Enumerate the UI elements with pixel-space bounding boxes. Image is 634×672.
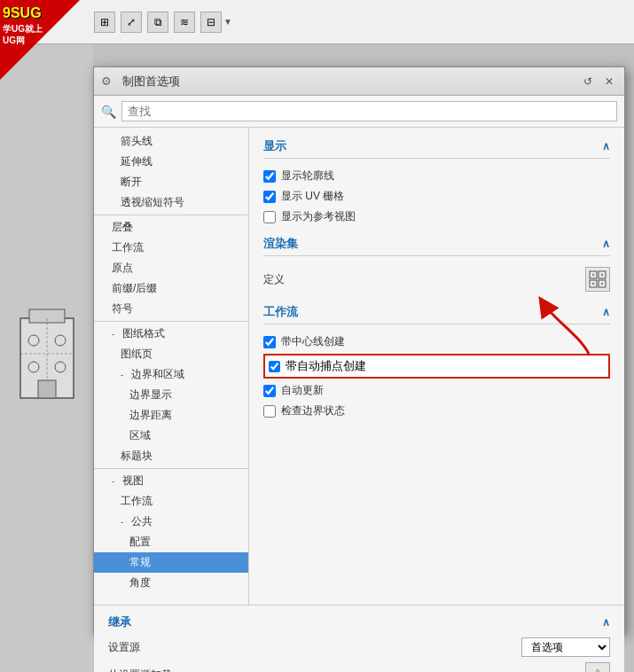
inheritance-load-label: 从设置源加载 xyxy=(108,668,172,673)
inheritance-load-row: 从设置源加载 xyxy=(108,662,610,672)
tree-item-perspective[interactable]: 透视缩短符号 xyxy=(94,192,248,213)
section-display-chevron[interactable]: ∧ xyxy=(602,140,610,152)
dialog-titlebar: ⚙ 制图首选项 ↺ ✕ xyxy=(94,67,624,96)
tree-item-drawing-page[interactable]: 图纸页 xyxy=(94,344,248,364)
tree-item-boundary-region[interactable]: -边界和区域 xyxy=(94,364,248,385)
content-panel: 显示 ∧ 显示轮廓线 显示 UV 栅格 显示为参考视图 渲染集 ∧ 定义 xyxy=(249,128,624,605)
tree-item-view-workflow[interactable]: 工作流 xyxy=(94,491,248,512)
corner-badge: 9SUG 学UG就上 UG网 xyxy=(0,0,80,80)
checkbox-show-outline-label: 显示轮廓线 xyxy=(281,168,334,184)
checkbox-show-outline-input[interactable] xyxy=(263,170,276,183)
dialog-reset-button[interactable]: ↺ xyxy=(580,74,596,90)
tree-item-angle[interactable]: 角度 xyxy=(94,573,248,593)
svg-point-13 xyxy=(592,274,594,276)
checkbox-checkboundary[interactable]: 检查边界状态 xyxy=(263,401,610,421)
checkbox-centerline[interactable]: 带中心线创建 xyxy=(263,332,610,352)
tree-item-boundary-distance[interactable]: 边界距离 xyxy=(94,405,248,426)
rendering-icon-svg xyxy=(589,270,607,288)
checkbox-show-uv-grid[interactable]: 显示 UV 栅格 xyxy=(263,186,610,207)
dialog: ⚙ 制图首选项 ↺ ✕ 🔍 箭头线 延伸线 断开 透视缩短符号 层叠 工作流 原… xyxy=(93,66,625,634)
tree-item-view[interactable]: -视图 xyxy=(94,471,248,491)
checkbox-checkboundary-label: 检查边界状态 xyxy=(281,403,345,418)
inheritance-source-label: 设置源 xyxy=(108,640,140,655)
inheritance-header: 继承 ∧ xyxy=(108,614,610,630)
left-panel xyxy=(0,44,93,672)
dialog-controls: ↺ ✕ xyxy=(580,74,617,90)
checkbox-autoupdate-input[interactable] xyxy=(263,385,276,397)
tree-item-symbol[interactable]: 符号 xyxy=(94,299,248,319)
toolbar-icon-wave[interactable]: ≋ xyxy=(174,12,195,33)
mechanical-drawing xyxy=(16,301,78,416)
tree-item-config[interactable]: 配置 xyxy=(94,532,248,552)
section-workflow-header: 工作流 ∧ xyxy=(263,304,610,324)
checkbox-autosnap-row[interactable]: 带自动捕点创建 xyxy=(263,354,610,379)
dialog-title: 制图首选项 xyxy=(122,74,573,90)
search-input[interactable] xyxy=(121,101,617,121)
section-display-header: 显示 ∧ xyxy=(263,138,610,159)
tree-item-common[interactable]: -公共 xyxy=(94,512,248,532)
rendering-set-row: 定义 xyxy=(263,263,610,295)
section-display-label: 显示 xyxy=(263,138,286,154)
inheritance-dropdown: 首选项 xyxy=(521,637,610,657)
tree-item-workflow[interactable]: 工作流 xyxy=(94,238,248,258)
tree-item-region[interactable]: 区域 xyxy=(94,426,248,446)
checkbox-show-ref-view[interactable]: 显示为参考视图 xyxy=(263,207,610,227)
inheritance-load-button[interactable] xyxy=(585,662,610,672)
dialog-close-button[interactable]: ✕ xyxy=(601,74,617,90)
checkbox-show-ref-view-input[interactable] xyxy=(263,211,276,223)
dialog-title-icon: ⚙ xyxy=(101,74,115,89)
inheritance-label: 继承 xyxy=(108,614,131,630)
rendering-define-label: 定义 xyxy=(263,272,285,287)
search-bar: 🔍 xyxy=(94,96,624,128)
section-rendering-label: 渲染集 xyxy=(263,236,298,252)
inheritance-source-row: 设置源 首选项 xyxy=(108,637,610,657)
svg-point-15 xyxy=(592,283,594,285)
tree-item-extend-line[interactable]: 延伸线 xyxy=(94,152,248,172)
toolbar-icon-move[interactable]: ⤢ xyxy=(121,12,142,33)
section-workflow-label: 工作流 xyxy=(263,304,298,320)
tree-item-drawing-format[interactable]: -图纸格式 xyxy=(94,324,248,344)
tree-item-origin[interactable]: 原点 xyxy=(94,258,248,278)
svg-rect-8 xyxy=(38,380,56,398)
checkbox-autosnap-label: 带自动捕点创建 xyxy=(286,358,366,374)
badge-line2: 学UG就上 xyxy=(3,23,43,35)
inheritance-chevron[interactable]: ∧ xyxy=(602,616,610,629)
badge-line1: 9SUG xyxy=(3,4,43,23)
svg-point-14 xyxy=(601,274,603,276)
inheritance-section: 继承 ∧ 设置源 首选项 从设置源加载 xyxy=(94,605,624,672)
toolbar-dropdown-arrow[interactable]: ▼ xyxy=(223,17,232,27)
toolbar-icon-grid[interactable]: ⊞ xyxy=(94,12,115,33)
checkbox-checkboundary-input[interactable] xyxy=(263,405,276,418)
tree-item-general[interactable]: 常规 xyxy=(94,552,248,573)
dialog-content: 箭头线 延伸线 断开 透视缩短符号 层叠 工作流 原点 前缀/后缀 符号 -图纸… xyxy=(94,128,624,605)
section-rendering-chevron[interactable]: ∧ xyxy=(602,238,610,250)
badge-line3: UG网 xyxy=(3,35,43,46)
checkbox-autosnap-input[interactable] xyxy=(269,361,280,372)
tree-panel: 箭头线 延伸线 断开 透视缩短符号 层叠 工作流 原点 前缀/后缀 符号 -图纸… xyxy=(94,128,249,605)
section-workflow-chevron[interactable]: ∧ xyxy=(602,306,610,318)
tree-item-prefix-suffix[interactable]: 前缀/后缀 xyxy=(94,278,248,299)
toolbar-icon-display[interactable]: ⊟ xyxy=(200,12,222,33)
section-rendering-header: 渲染集 ∧ xyxy=(263,236,610,256)
inheritance-source-select[interactable]: 首选项 xyxy=(521,637,610,657)
checkbox-show-uv-grid-label: 显示 UV 栅格 xyxy=(281,189,344,204)
checkbox-centerline-input[interactable] xyxy=(263,336,276,348)
svg-point-16 xyxy=(601,283,603,285)
checkbox-autoupdate-label: 自动更新 xyxy=(281,383,324,398)
load-icon-svg xyxy=(589,666,607,672)
toolbar: ⊞ ⤢ ⧉ ≋ ⊟ ▼ xyxy=(0,0,634,44)
checkbox-show-ref-view-label: 显示为参考视图 xyxy=(281,209,356,224)
search-icon: 🔍 xyxy=(101,105,116,119)
tree-item-arrow-line[interactable]: 箭头线 xyxy=(94,131,248,152)
checkbox-show-uv-grid-input[interactable] xyxy=(263,191,276,203)
tree-item-break[interactable]: 断开 xyxy=(94,172,248,192)
rendering-define-icon[interactable] xyxy=(585,267,610,292)
tree-item-boundary-display[interactable]: 边界显示 xyxy=(94,385,248,405)
tree-item-stack[interactable]: 层叠 xyxy=(94,217,248,238)
toolbar-icon-mirror[interactable]: ⧉ xyxy=(147,12,168,33)
checkbox-show-outline[interactable]: 显示轮廓线 xyxy=(263,166,610,186)
tree-item-title-block[interactable]: 标题块 xyxy=(94,446,248,466)
checkbox-autoupdate[interactable]: 自动更新 xyxy=(263,380,610,401)
checkbox-centerline-label: 带中心线创建 xyxy=(281,334,345,349)
